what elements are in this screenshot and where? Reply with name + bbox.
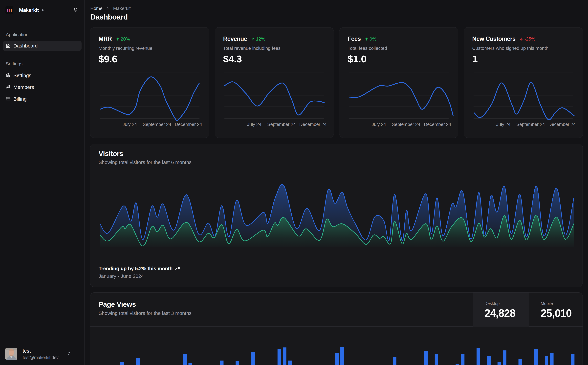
svg-text:m: m	[7, 6, 12, 14]
